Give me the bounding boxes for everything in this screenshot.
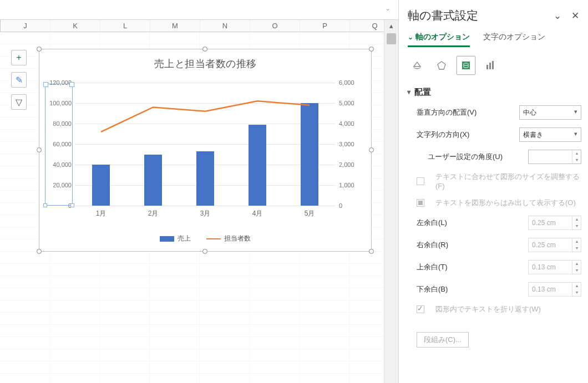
select-value: 横書き: [523, 130, 543, 140]
col-header[interactable]: J: [1, 20, 50, 32]
tab-label: 軸のオプション: [415, 32, 470, 41]
chart-legend[interactable]: 売上 担当者数: [39, 234, 371, 243]
col-header[interactable]: O: [250, 20, 300, 32]
y-right-tick: 1,000: [339, 182, 354, 188]
tab-text-options[interactable]: 文字のオプション: [483, 32, 545, 47]
margin-top-input: 0.13 cm ▴▾: [528, 260, 581, 274]
brush-icon: ✎: [16, 75, 23, 85]
y-left-tick: 80,000: [53, 120, 72, 127]
y-right-tick: 3,000: [339, 141, 354, 147]
wrap-text-label: 図形内でテキストを折り返す(W): [435, 304, 581, 314]
panel-close-button[interactable]: ✕: [569, 9, 581, 23]
section-title: 配置: [414, 87, 431, 96]
input-value: 0.25 cm: [532, 241, 556, 249]
y-right-tick: 2,000: [339, 161, 354, 168]
svg-rect-4: [492, 61, 494, 69]
input-value: 0.13 cm: [532, 285, 556, 293]
resize-shape-label: テキストに合わせて図形のサイズを調整する(F): [435, 172, 581, 190]
margin-top-label: 上余白(T): [417, 262, 521, 272]
chevron-down-icon: ⌄: [554, 11, 561, 21]
y-right-tick: 6,000: [339, 79, 354, 86]
svg-rect-2: [486, 65, 488, 69]
tab-axis-options[interactable]: ⌄軸のオプション: [408, 32, 470, 47]
vertical-scrollbar[interactable]: ▴: [384, 20, 398, 383]
input-value: 0.13 cm: [532, 263, 556, 271]
col-header[interactable]: P: [300, 20, 350, 32]
resize-handle[interactable]: [37, 147, 42, 152]
angle-input[interactable]: ▴▾: [528, 150, 581, 164]
resize-handle[interactable]: [369, 147, 374, 152]
col-header[interactable]: N: [200, 20, 250, 32]
section-alignment[interactable]: ▸配置: [408, 87, 581, 98]
overflow-checkbox: [417, 199, 424, 207]
spreadsheet-area: ⌄ J K L M N O P Q + ✎ ▽: [0, 0, 398, 383]
fill-icon[interactable]: [408, 56, 427, 75]
direction-select[interactable]: 横書き: [519, 127, 581, 142]
x-tick: 4月: [252, 209, 263, 218]
formula-bar[interactable]: ⌄: [0, 0, 398, 20]
y-left-tick: 40,000: [53, 161, 72, 168]
column-headers[interactable]: J K L M N O P Q: [0, 20, 398, 32]
resize-handle[interactable]: [202, 47, 207, 52]
y-left-tick: 100,000: [49, 100, 72, 106]
effects-icon[interactable]: [432, 56, 451, 75]
col-header[interactable]: M: [150, 20, 200, 32]
chart-add-element-button[interactable]: +: [11, 50, 27, 65]
resize-handle[interactable]: [202, 249, 207, 254]
chart-object[interactable]: 売上と担当者数の推移 0020,0001,00040,0002,00060,00…: [39, 49, 372, 252]
axis-chart-icon[interactable]: [481, 56, 500, 75]
overflow-label: テキストを図形からはみ出して表示する(O): [435, 198, 581, 208]
y-right-tick: 5,000: [339, 100, 354, 106]
resize-handle[interactable]: [369, 47, 374, 52]
resize-handle[interactable]: [369, 249, 374, 254]
y-left-tick: 60,000: [53, 141, 72, 147]
spin-down-icon[interactable]: ▾: [572, 157, 581, 164]
plus-icon: +: [16, 53, 21, 63]
svg-marker-0: [438, 62, 445, 69]
x-tick: 2月: [148, 209, 159, 218]
chart-filter-button[interactable]: ▽: [11, 94, 27, 110]
margin-left-label: 左余白(L): [417, 218, 521, 228]
spin-up-icon[interactable]: ▴: [572, 150, 581, 157]
legend-label: 担当者数: [224, 234, 251, 242]
y-right-tick: 0: [339, 202, 342, 209]
x-tick: 1月: [96, 209, 107, 218]
wrap-text-checkbox: [417, 305, 424, 313]
input-value: 0.25 cm: [532, 219, 556, 227]
y-left-tick: 0: [68, 202, 72, 209]
x-tick: 5月: [305, 209, 315, 218]
select-value: 中心: [523, 108, 536, 118]
margin-left-input: 0.25 cm ▴▾: [528, 216, 581, 230]
y-left-tick: 20,000: [53, 182, 72, 188]
line-series[interactable]: [75, 83, 336, 206]
chart-style-button[interactable]: ✎: [11, 72, 27, 88]
valign-select[interactable]: 中心: [519, 105, 581, 120]
x-tick: 3月: [200, 209, 211, 218]
format-axis-panel: 軸の書式設定 ⌄ ✕ ⌄軸のオプション 文字のオプション ▸配置: [398, 0, 588, 383]
resize-handle[interactable]: [37, 249, 42, 254]
plot-area[interactable]: 0020,0001,00040,0002,00060,0003,00080,00…: [75, 83, 336, 206]
chart-title[interactable]: 売上と担当者数の推移: [39, 49, 371, 70]
legend-swatch-line: [206, 238, 221, 239]
resize-shape-checkbox: [417, 177, 424, 185]
valign-label: 垂直方向の配置(V): [417, 108, 513, 118]
close-icon: ✕: [571, 11, 579, 21]
col-header[interactable]: K: [50, 20, 100, 32]
col-header[interactable]: L: [100, 20, 150, 32]
margin-right-input: 0.25 cm ▴▾: [528, 238, 581, 252]
funnel-icon: ▽: [16, 97, 22, 108]
panel-collapse-button[interactable]: ⌄: [551, 9, 564, 23]
y-right-tick: 4,000: [339, 120, 354, 127]
columns-button[interactable]: 段組み(C)...: [417, 332, 469, 348]
scrollbar-thumb[interactable]: [387, 33, 396, 44]
margin-bottom-label: 下余白(B): [417, 284, 521, 294]
y-left-tick: 120,000: [49, 79, 72, 86]
formula-bar-expand-icon[interactable]: ⌄: [385, 4, 391, 12]
margin-bottom-input: 0.13 cm ▴▾: [528, 282, 581, 297]
svg-rect-3: [489, 63, 491, 69]
size-properties-icon[interactable]: [457, 56, 475, 75]
resize-handle[interactable]: [37, 47, 42, 52]
scroll-up-arrow-icon[interactable]: ▴: [384, 20, 398, 31]
panel-title: 軸の書式設定: [408, 8, 546, 23]
legend-swatch-bar: [160, 236, 174, 242]
